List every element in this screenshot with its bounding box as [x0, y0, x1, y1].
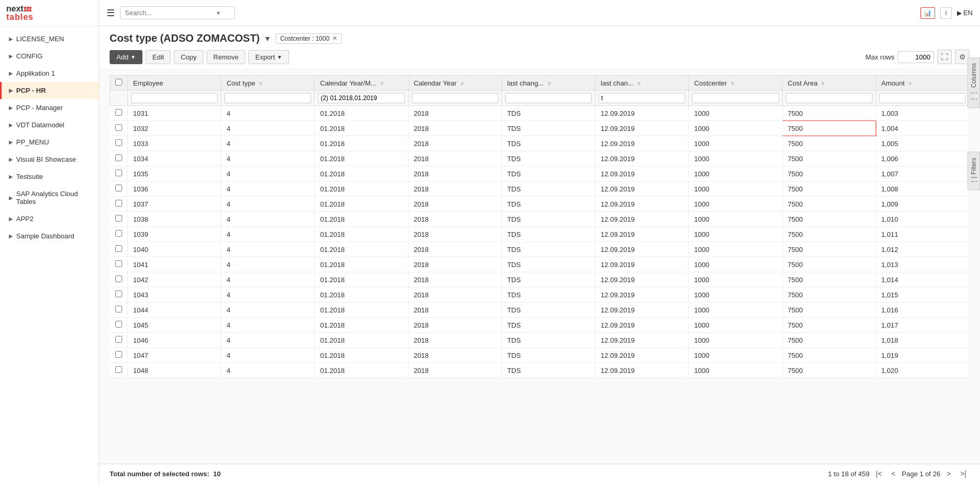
th-calendar-year-month[interactable]: Calendar Year/M... ▿	[315, 76, 408, 91]
export-button[interactable]: Export ▼	[248, 50, 289, 64]
columns-panel-tab[interactable]: ⋮⋮ Columns	[967, 57, 980, 108]
filter-employee-input[interactable]	[131, 93, 218, 103]
search-dropdown-icon[interactable]: ▼	[216, 10, 221, 16]
filter-cost-type[interactable]	[221, 91, 315, 106]
first-page-button[interactable]: |<	[873, 468, 885, 479]
row-checkbox-cell[interactable]	[110, 287, 128, 303]
th-cost-area[interactable]: Cost Area ▿	[782, 76, 876, 91]
row-checkbox[interactable]	[115, 124, 122, 131]
remove-button[interactable]: Remove	[207, 50, 245, 64]
table-row[interactable]: 1047401.20182018TDS12.09.2019100075001,0…	[110, 348, 970, 363]
row-checkbox[interactable]	[115, 139, 122, 146]
table-row[interactable]: 1044401.20182018TDS12.09.2019100075001,0…	[110, 303, 970, 318]
row-checkbox[interactable]	[115, 336, 122, 343]
row-checkbox[interactable]	[115, 275, 122, 282]
filter-icon[interactable]: ▿	[909, 80, 912, 87]
table-row[interactable]: 1033401.20182018TDS12.09.2019100075001,0…	[110, 136, 970, 151]
table-row[interactable]: 1032401.20182018TDS12.09.2019100075001,0…	[110, 121, 970, 136]
info-icon[interactable]: i	[940, 7, 952, 19]
filter-costcenter-input[interactable]	[692, 93, 779, 103]
fullscreen-icon[interactable]: ⛶	[937, 50, 952, 64]
row-checkbox[interactable]	[115, 230, 122, 237]
filter-icon[interactable]: ▿	[548, 80, 551, 87]
sidebar-item-testsuite[interactable]: ▶ Testsuite	[0, 168, 99, 185]
row-checkbox-cell[interactable]	[110, 363, 128, 378]
search-box[interactable]: ▼	[120, 6, 235, 19]
hamburger-menu-icon[interactable]: ☰	[106, 7, 115, 19]
filter-icon[interactable]: ▿	[259, 80, 262, 87]
table-row[interactable]: 1034401.20182018TDS12.09.2019100075001,0…	[110, 151, 970, 166]
table-row[interactable]: 1042401.20182018TDS12.09.2019100075001,0…	[110, 272, 970, 287]
sidebar-item-sample-dashboard[interactable]: ▶ Sample Dashboard	[0, 227, 99, 245]
filter-cost-area-input[interactable]	[786, 93, 873, 103]
row-checkbox[interactable]	[115, 185, 122, 191]
th-employee[interactable]: Employee	[128, 76, 221, 91]
row-checkbox-cell[interactable]	[110, 136, 128, 151]
row-checkbox-cell[interactable]	[110, 272, 128, 287]
row-checkbox[interactable]	[115, 306, 122, 312]
table-row[interactable]: 1040401.20182018TDS12.09.2019100075001,0…	[110, 242, 970, 257]
language-button[interactable]: ▶ EN	[957, 9, 973, 17]
row-checkbox-cell[interactable]	[110, 348, 128, 363]
table-row[interactable]: 1039401.20182018TDS12.09.2019100075001,0…	[110, 227, 970, 242]
row-checkbox-cell[interactable]	[110, 166, 128, 182]
filter-cost-area[interactable]	[782, 91, 876, 106]
row-checkbox-cell[interactable]	[110, 106, 128, 121]
sidebar-item-sap-analytics-cloud-tables[interactable]: ▶ SAP Analytics Cloud Tables	[0, 185, 99, 210]
filters-panel-tab[interactable]: ⋮| Filters	[967, 152, 980, 190]
row-checkbox[interactable]	[115, 215, 122, 222]
filter-costcenter[interactable]	[689, 91, 782, 106]
last-page-button[interactable]: >|	[957, 468, 970, 479]
sidebar-item-pcp-manager[interactable]: ▶ PCP - Manager	[0, 99, 99, 116]
table-row[interactable]: 1045401.20182018TDS12.09.2019100075001,0…	[110, 318, 970, 333]
row-checkbox-cell[interactable]	[110, 318, 128, 333]
filter-amount-input[interactable]	[879, 93, 966, 103]
filter-calendar-year-input[interactable]	[412, 93, 498, 103]
filter-cost-type-input[interactable]	[224, 93, 311, 103]
filter-last-changed-by-input[interactable]	[505, 93, 592, 103]
table-row[interactable]: 1036401.20182018TDS12.09.2019100075001,0…	[110, 182, 970, 197]
table-row[interactable]: 1041401.20182018TDS12.09.2019100075001,0…	[110, 257, 970, 272]
filter-icon[interactable]: ▿	[638, 80, 641, 87]
edit-button[interactable]: Edit	[146, 50, 171, 64]
row-checkbox-cell[interactable]	[110, 212, 128, 227]
analytics-icon[interactable]: 📊	[921, 7, 935, 19]
row-checkbox[interactable]	[115, 291, 122, 297]
th-last-changed-by[interactable]: last chang... ▿	[501, 76, 595, 91]
row-checkbox-cell[interactable]	[110, 227, 128, 242]
filter-icon[interactable]: ▿	[731, 80, 734, 87]
select-all-header[interactable]	[110, 76, 128, 91]
filter-calendar-year[interactable]	[408, 91, 501, 106]
select-all-checkbox[interactable]	[115, 79, 122, 86]
table-row[interactable]: 1037401.20182018TDS12.09.2019100075001,0…	[110, 197, 970, 212]
row-checkbox[interactable]	[115, 260, 122, 267]
sidebar-item-pcp-hr[interactable]: ▶ PCP - HR	[0, 82, 99, 99]
row-checkbox-cell[interactable]	[110, 257, 128, 272]
sidebar-item-applikation-1[interactable]: ▶ Applikation 1	[0, 65, 99, 82]
filter-dropdown-icon[interactable]: ▼	[264, 34, 271, 43]
sidebar-item-visual-bi-showcase[interactable]: ▶ Visual BI Showcase	[0, 151, 99, 168]
filter-icon[interactable]: ▿	[461, 80, 464, 87]
row-checkbox-cell[interactable]	[110, 197, 128, 212]
row-checkbox[interactable]	[115, 109, 122, 116]
table-row[interactable]: 1031401.20182018TDS12.09.2019100075001,0…	[110, 106, 970, 121]
table-row[interactable]: 1038401.20182018TDS12.09.2019100075001,0…	[110, 212, 970, 227]
max-rows-input[interactable]	[898, 51, 934, 63]
th-calendar-year[interactable]: Calendar Year ▿	[408, 76, 501, 91]
filter-icon[interactable]: ▿	[380, 80, 384, 87]
table-row[interactable]: 1043401.20182018TDS12.09.2019100075001,0…	[110, 287, 970, 303]
sidebar-item-app2[interactable]: ▶ APP2	[0, 210, 99, 227]
table-row[interactable]: 1035401.20182018TDS12.09.2019100075001,0…	[110, 166, 970, 182]
th-amount[interactable]: Amount ▿	[876, 76, 969, 91]
th-costcenter[interactable]: Costcenter ▿	[689, 76, 782, 91]
prev-page-button[interactable]: <	[888, 468, 899, 479]
sidebar-item-license-men[interactable]: ▶ LICENSE_MEN	[0, 30, 99, 47]
filter-calendar-year-month-input[interactable]	[318, 93, 404, 103]
add-button[interactable]: Add ▼	[110, 50, 142, 64]
table-row[interactable]: 1046401.20182018TDS12.09.2019100075001,0…	[110, 333, 970, 348]
row-checkbox-cell[interactable]	[110, 333, 128, 348]
filter-calendar-year-month[interactable]	[315, 91, 408, 106]
filter-icon[interactable]: ▿	[821, 80, 824, 87]
row-checkbox[interactable]	[115, 200, 122, 207]
row-checkbox-cell[interactable]	[110, 182, 128, 197]
